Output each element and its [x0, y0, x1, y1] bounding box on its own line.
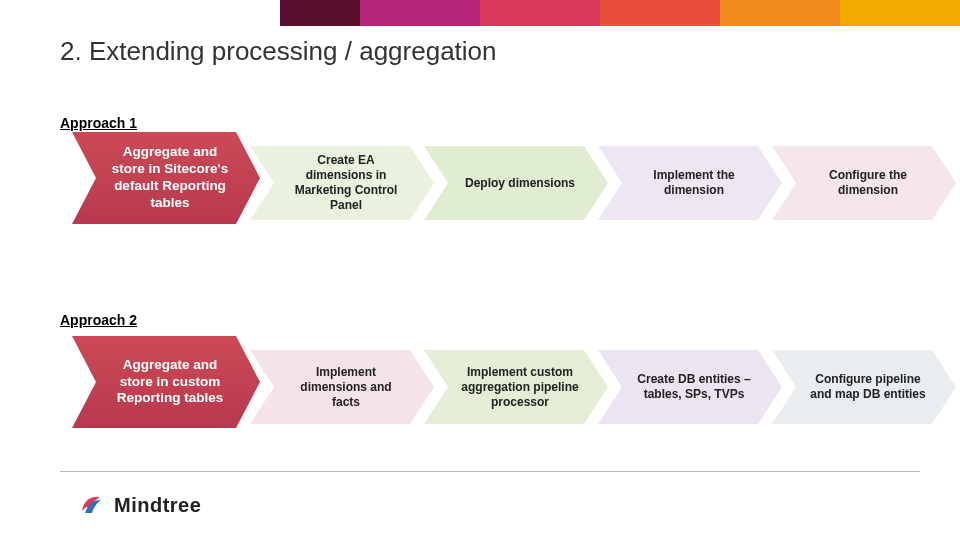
step-text: Create DB entities – tables, SPs, TVPs	[634, 372, 754, 402]
step-text: Deploy dimensions	[465, 176, 575, 191]
approach-1-step-2: Create EA dimensions in Marketing Contro…	[250, 146, 434, 220]
approach-2-step-3: Implement custom aggregation pipeline pr…	[424, 350, 608, 424]
band-seg-2	[360, 0, 480, 26]
mindtree-logo-icon	[78, 492, 104, 518]
brand: Mindtree	[78, 492, 201, 518]
brand-name: Mindtree	[114, 494, 201, 517]
approach-1-step-1: Aggregate and store in Sitecore's defaul…	[72, 132, 260, 224]
approach-2-step-5: Configure pipeline and map DB entities	[772, 350, 956, 424]
approach-1-label: Approach 1	[60, 115, 137, 131]
band-seg-3	[480, 0, 600, 26]
step-text: Implement dimensions and facts	[286, 365, 406, 410]
approach-2-label: Approach 2	[60, 312, 137, 328]
band-seg-4	[600, 0, 720, 26]
band-spacer	[0, 0, 280, 26]
step-text: Configure the dimension	[808, 168, 928, 198]
approach-2-row: Aggregate and store in custom Reporting …	[32, 338, 944, 438]
approach-2-step-1: Aggregate and store in custom Reporting …	[72, 336, 260, 428]
approach-1-step-4: Implement the dimension	[598, 146, 782, 220]
page-title: 2. Extending processing / aggregation	[60, 36, 497, 67]
step-text: Implement the dimension	[634, 168, 754, 198]
band-seg-5	[720, 0, 840, 26]
approach-2-step-4: Create DB entities – tables, SPs, TVPs	[598, 350, 782, 424]
step-text: Configure pipeline and map DB entities	[808, 372, 928, 402]
approach-1-step-5: Configure the dimension	[772, 146, 956, 220]
approach-1-row: Aggregate and store in Sitecore's defaul…	[32, 134, 944, 234]
band-seg-1	[280, 0, 360, 26]
step-text: Aggregate and store in Sitecore's defaul…	[108, 144, 232, 212]
step-text: Aggregate and store in custom Reporting …	[108, 357, 232, 408]
footer-divider	[60, 471, 920, 472]
approach-2-step-2: Implement dimensions and facts	[250, 350, 434, 424]
step-text: Create EA dimensions in Marketing Contro…	[286, 153, 406, 213]
step-text: Implement custom aggregation pipeline pr…	[460, 365, 580, 410]
approach-1-step-3: Deploy dimensions	[424, 146, 608, 220]
top-color-band	[0, 0, 960, 26]
band-seg-6	[840, 0, 960, 26]
